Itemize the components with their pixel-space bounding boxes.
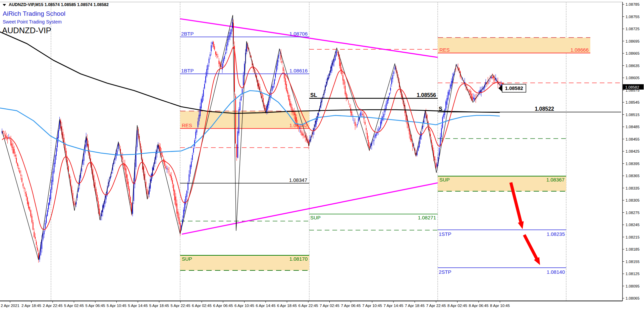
candle-body <box>29 207 30 210</box>
candle-body <box>170 174 171 176</box>
candle-body <box>354 121 354 121</box>
candle-body <box>393 71 394 74</box>
candle-body <box>47 210 48 216</box>
candle-body <box>210 54 210 56</box>
x-tick-label: 7 Apr 10:45 <box>362 304 382 308</box>
candle-body <box>366 128 367 130</box>
candle-body <box>282 61 282 63</box>
candle-body <box>12 144 12 148</box>
candle-body <box>56 148 57 156</box>
candle-body <box>168 169 168 170</box>
candle-body <box>46 215 47 223</box>
candle-body <box>214 46 215 50</box>
sup-line-mid-price: 1.08271 <box>418 215 436 220</box>
candle-body <box>23 184 23 186</box>
candle-body <box>441 128 442 137</box>
price-tag-value: 1.08582 <box>505 85 523 91</box>
1btp-line-price: 1.08616 <box>289 68 308 73</box>
x-tick-label: 7 Apr 18:45 <box>405 304 425 308</box>
res-zone-right-fill <box>438 38 590 53</box>
candle-body <box>288 95 289 100</box>
y-tick-label: 1.08425 <box>626 149 640 153</box>
candle-body <box>409 129 410 135</box>
candle-body <box>176 203 177 213</box>
candle-body <box>375 135 375 138</box>
candle-body <box>224 56 225 59</box>
x-tick-label: 5 Apr 10:45 <box>107 304 126 308</box>
y-tick-label: 1.08155 <box>626 260 640 264</box>
candle-body <box>298 126 299 127</box>
candle-body <box>274 80 275 85</box>
candle-body <box>335 55 335 60</box>
candle-body <box>243 75 244 85</box>
candle-body <box>173 185 174 191</box>
candle-body <box>318 113 319 116</box>
candle-body <box>287 91 288 94</box>
x-tick-label: 6 Apr 18:45 <box>277 304 297 308</box>
candle-body <box>468 89 468 90</box>
candle-body <box>372 142 373 142</box>
candle-body <box>295 114 296 121</box>
candle-body <box>187 183 188 190</box>
candle-body <box>20 175 21 176</box>
candle-body <box>14 149 14 154</box>
candle-body <box>228 35 229 40</box>
candle-body <box>204 84 205 89</box>
res-zone-right <box>438 38 590 53</box>
candle-body <box>169 171 169 171</box>
candle-body <box>34 232 35 237</box>
candle-body <box>193 148 194 153</box>
candle-body <box>191 161 192 167</box>
candle-body <box>199 115 199 121</box>
candle-body <box>25 192 25 194</box>
candle-body <box>6 136 7 137</box>
candle-body <box>368 140 369 146</box>
candle-body <box>129 189 129 197</box>
x-tick-label: 8 Apr 02:45 <box>447 304 467 308</box>
candle-body <box>391 78 392 84</box>
candle-body <box>369 146 370 148</box>
y-tick-label: 1.08515 <box>626 113 640 117</box>
candle-body <box>190 165 191 174</box>
watermark-symbol-title: AUDNZD-VIP <box>2 26 51 35</box>
candle-body <box>36 242 37 245</box>
candle-body <box>201 99 202 108</box>
sup-zone-right-price: 1.08367 <box>546 177 565 183</box>
candle-body <box>198 121 198 127</box>
candle-body <box>203 90 204 97</box>
chart-canvas[interactable]: RES1.08482SUP1.08170RES1.08666SUP1.08367… <box>0 0 644 311</box>
candle-body <box>355 122 356 125</box>
candle-body <box>379 128 380 130</box>
candle-body <box>10 140 11 145</box>
candle-body <box>225 52 226 54</box>
candle-body <box>33 222 33 229</box>
x-tick-label: 5 Apr 06:45 <box>86 304 105 308</box>
candle-body <box>217 56 218 57</box>
candle-body <box>35 237 36 239</box>
candle-body <box>357 124 358 125</box>
sup-zone-left-price: 1.08170 <box>289 256 308 262</box>
x-tick-label: 5 Apr 18:45 <box>149 304 169 308</box>
candle-body <box>175 197 176 206</box>
candle-body <box>434 157 435 160</box>
candle-body <box>448 92 448 99</box>
candle-body <box>394 67 395 70</box>
candle-body <box>341 69 342 74</box>
trading-chart-window: RES1.08482SUP1.08170RES1.08666SUP1.08367… <box>0 0 644 311</box>
candle-body <box>374 140 374 141</box>
candle-body <box>367 133 368 139</box>
candle-body <box>50 189 51 199</box>
candle-body <box>211 45 212 51</box>
candle-body <box>48 203 49 209</box>
candle-body <box>453 73 454 76</box>
candle-body <box>3 131 3 132</box>
candle-body <box>430 134 431 136</box>
watermark-system: Sweet Point Trading System <box>3 19 62 24</box>
candle-body <box>213 42 214 47</box>
candle-body <box>352 112 352 116</box>
candle-body <box>492 76 493 78</box>
candle-body <box>385 108 385 112</box>
y-tick-label: 1.08455 <box>626 137 640 141</box>
candle-body <box>358 119 359 122</box>
candle-body <box>390 88 391 91</box>
